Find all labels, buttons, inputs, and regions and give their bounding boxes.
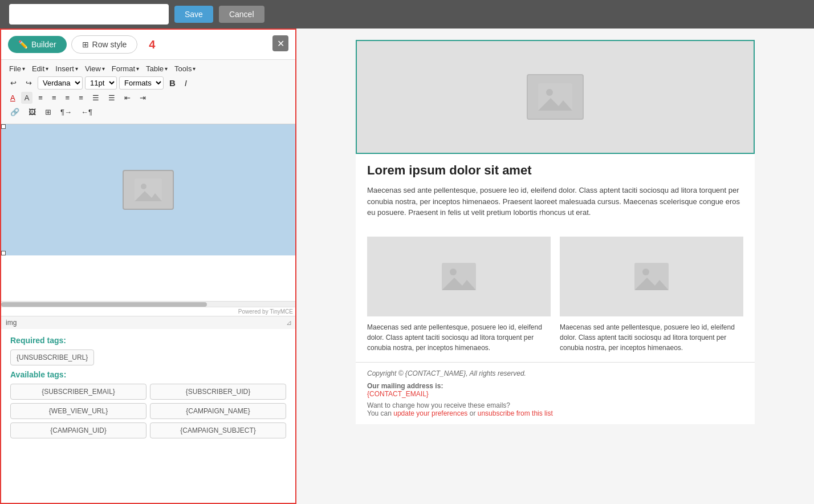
menu-bar: File Edit Insert View Format Table Tools [7, 63, 290, 74]
justify-button[interactable]: ≡ [75, 92, 87, 104]
italic-button[interactable]: I [181, 76, 190, 90]
close-button[interactable]: ✕ [272, 35, 288, 51]
row-style-icon: ⊞ [82, 40, 89, 49]
footer-copyright: Copyright © {CONTACT_NAME}, All rights r… [367, 369, 743, 377]
svg-point-7 [450, 269, 457, 275]
tab-row-style-label: Row style [92, 40, 127, 49]
tag-subscriber-email[interactable]: {SUBSCRIBER_EMAIL} [10, 384, 146, 400]
preview-text-section: Lorem ipsum dolor sit amet Maecenas sed … [356, 154, 755, 237]
editor-image-zone [1, 124, 295, 255]
svg-point-1 [141, 184, 146, 189]
footer-or: or [470, 409, 478, 417]
bg-color-button[interactable]: A [21, 92, 33, 104]
preview-body-text: Maecenas sed ante pellentesque, posuere … [367, 185, 743, 218]
menu-file[interactable]: File [7, 63, 27, 74]
preview-col-1-image [367, 237, 551, 316]
ltr-button[interactable]: ¶→ [57, 106, 75, 118]
resize-grip[interactable]: ⊿ [286, 319, 292, 327]
tag-campaign-name[interactable]: {CAMPAIGN_NAME} [150, 403, 286, 419]
outdent-button[interactable]: ⇤ [121, 92, 134, 104]
svg-point-10 [642, 269, 649, 275]
formats-select[interactable]: Formats [119, 76, 164, 90]
left-panel: ✏️ Builder ⊞ Row style 4 ✕ File Edit Ins… [0, 29, 296, 504]
code-button[interactable]: ⊞ [42, 106, 55, 118]
required-tags-title: Required tags: [10, 336, 286, 345]
scrollbar-thumb [1, 302, 207, 307]
menu-insert[interactable]: Insert [53, 63, 80, 74]
right-panel: Lorem ipsum dolor sit amet Maecenas sed … [296, 29, 814, 504]
title-input[interactable]: G-Suite [9, 4, 169, 25]
toolbar-area: File Edit Insert View Format Table Tools… [1, 59, 295, 124]
toolbar-row-3: 🔗 🖼 ⊞ ¶→ ←¶ [7, 106, 290, 118]
tag-subscriber-uid[interactable]: {SUBSCRIBER_UID} [150, 384, 286, 400]
menu-table[interactable]: Table [144, 63, 170, 74]
tag-campaign-uid[interactable]: {CAMPAIGN_UID} [10, 422, 146, 438]
status-text: img [6, 319, 17, 327]
footer-prefs-pre: You can [367, 409, 393, 417]
footer-mailing-label: Our mailing address is: [367, 382, 443, 390]
builder-icon: ✏️ [18, 40, 28, 49]
preview-footer: Copyright © {CONTACT_NAME}, All rights r… [356, 362, 755, 424]
footer-mailing-block: Our mailing address is: {CONTACT_EMAIL} [367, 382, 743, 398]
preview-col-1-text: Maecenas sed ante pellentesque, posuere … [367, 322, 551, 353]
align-left-button[interactable]: ≡ [35, 92, 46, 104]
menu-edit[interactable]: Edit [30, 63, 51, 74]
redo-button[interactable]: ↪ [22, 77, 35, 89]
preview-col-2-text: Maecenas sed ante pellentesque, posuere … [560, 322, 743, 353]
save-button[interactable]: Save [174, 6, 213, 23]
scrollbar-area[interactable] [1, 301, 295, 307]
image-placeholder [123, 170, 174, 210]
preview-header-image [356, 40, 755, 154]
main-layout: ✏️ Builder ⊞ Row style 4 ✕ File Edit Ins… [0, 29, 814, 504]
tags-section: Required tags: {UNSUBSCRIBE_URL} Availab… [1, 329, 295, 452]
rtl-button[interactable]: ←¶ [78, 106, 96, 118]
available-tags-title: Available tags: [10, 370, 286, 379]
cancel-button[interactable]: Cancel [219, 6, 264, 23]
toolbar-row-1: ↩ ↪ Verdana 11pt Formats B I [7, 76, 290, 90]
tag-unsubscribe-url[interactable]: {UNSUBSCRIBE_URL} [10, 349, 94, 365]
bold-button[interactable]: B [166, 76, 179, 90]
editor-status: img ⊿ [1, 316, 295, 329]
undo-button[interactable]: ↩ [7, 77, 20, 89]
editor-white-area[interactable] [1, 255, 295, 301]
preview-two-col: Maecenas sed ante pellentesque, posuere … [356, 237, 755, 362]
font-select[interactable]: Verdana [38, 76, 83, 90]
tab-builder[interactable]: ✏️ Builder [8, 36, 67, 53]
editor-area[interactable]: Powered by TinyMCE img ⊿ [1, 124, 295, 329]
tab-row-style[interactable]: ⊞ Row style [71, 35, 138, 54]
footer-update-link[interactable]: update your preferences [393, 409, 467, 417]
top-bar: G-Suite Save Cancel [0, 0, 814, 29]
powered-by: Powered by TinyMCE [1, 307, 295, 316]
preview-col-2: Maecenas sed ante pellentesque, posuere … [560, 237, 743, 353]
preview-col-2-image [560, 237, 743, 316]
tag-web-view-url[interactable]: {WEB_VIEW_URL} [10, 403, 146, 419]
available-tags-grid: {SUBSCRIBER_EMAIL} {SUBSCRIBER_UID} {WEB… [10, 384, 286, 438]
preview-col-1: Maecenas sed ante pellentesque, posuere … [367, 237, 551, 353]
align-center-button[interactable]: ≡ [48, 92, 60, 104]
link-button[interactable]: 🔗 [7, 106, 23, 118]
step-badge: 4 [149, 38, 155, 51]
image-button[interactable]: 🖼 [25, 106, 39, 118]
resize-handle-bl[interactable] [1, 251, 6, 255]
tab-builder-label: Builder [31, 40, 56, 49]
menu-view[interactable]: View [83, 63, 107, 74]
footer-prefs-text: Want to change how you receive these ema… [367, 401, 510, 409]
email-preview: Lorem ipsum dolor sit amet Maecenas sed … [356, 40, 755, 424]
footer-email-link[interactable]: {CONTACT_EMAIL} [367, 390, 429, 398]
tab-bar: ✏️ Builder ⊞ Row style 4 ✕ [1, 30, 295, 59]
resize-handle-tl[interactable] [1, 124, 6, 129]
unordered-list-button[interactable]: ☰ [89, 92, 103, 104]
menu-tools[interactable]: Tools [172, 63, 198, 74]
svg-point-4 [546, 89, 553, 96]
tag-campaign-subject[interactable]: {CAMPAIGN_SUBJECT} [150, 422, 286, 438]
preview-img-placeholder-header [527, 74, 584, 120]
indent-button[interactable]: ⇥ [136, 92, 149, 104]
footer-unsub-link[interactable]: unsubscribe from this list [478, 409, 553, 417]
align-right-button[interactable]: ≡ [62, 92, 74, 104]
toolbar-row-2: A A ≡ ≡ ≡ ≡ ☰ ☰ ⇤ ⇥ [7, 92, 290, 104]
size-select[interactable]: 11pt [85, 76, 117, 90]
menu-format[interactable]: Format [109, 63, 141, 74]
footer-prefs: Want to change how you receive these ema… [367, 401, 743, 417]
font-color-button[interactable]: A [7, 92, 19, 104]
ordered-list-button[interactable]: ☰ [105, 92, 119, 104]
